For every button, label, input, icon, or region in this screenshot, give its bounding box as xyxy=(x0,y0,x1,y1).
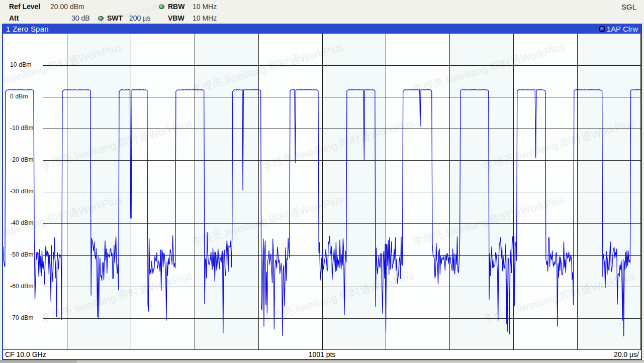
y-axis-label: -50 dBm xyxy=(10,251,34,258)
y-axis-label: -30 dBm xyxy=(10,188,34,195)
vbw-label: VBW xyxy=(168,14,185,22)
ref-level-value[interactable]: 20.00 dBm xyxy=(50,3,84,11)
trace-path xyxy=(3,90,641,336)
window-titlebar: 1 Zero Span 1AP Clrw xyxy=(3,24,641,34)
rbw-label: RBW xyxy=(168,3,185,11)
window-footer: CF 10.0 GHz 1001 pts 20.0 µs/ xyxy=(3,350,641,359)
att-value[interactable]: 30 dB xyxy=(71,14,90,22)
y-axis-label: -20 dBm xyxy=(10,156,34,163)
swt-value[interactable]: 200 µs xyxy=(129,14,150,22)
trace-indicator[interactable]: 1AP Clrw xyxy=(599,25,638,33)
att-label: Att xyxy=(9,14,19,22)
bottom-strip xyxy=(0,360,644,363)
y-axis-label: -70 dBm xyxy=(10,314,34,321)
ref-level-label: Ref Level xyxy=(9,3,40,11)
bottom-strip-left xyxy=(0,360,76,363)
plot-svg xyxy=(3,34,641,350)
trace-indicator-label: 1AP Clrw xyxy=(607,25,638,33)
y-axis-label: -10 dBm xyxy=(10,125,34,132)
y-axis-label: 10 dBm xyxy=(10,61,32,68)
trace-dot-icon xyxy=(599,26,605,32)
swt-label: SWT xyxy=(107,14,123,22)
analyzer-screen: 李维亮.liweiliang.即时通WorkPlus Ref Level 20.… xyxy=(0,0,644,363)
swt-led-icon xyxy=(98,16,104,21)
single-sweep-badge: SGL xyxy=(621,3,636,11)
rbw-led-icon xyxy=(159,5,164,9)
window-title: 1 Zero Span xyxy=(6,25,49,33)
plot-area: 李维亮.liweiliang.即时通WorkPlus李维亮.liweiliang… xyxy=(3,34,641,350)
y-axis-label: 0 dBm xyxy=(10,93,28,100)
y-axis-label: -40 dBm xyxy=(10,219,34,226)
time-per-division[interactable]: 20.0 µs/ xyxy=(614,350,639,358)
y-axis-label: -60 dBm xyxy=(10,283,34,290)
measurement-header: 李维亮.liweiliang.即时通WorkPlus Ref Level 20.… xyxy=(0,0,644,24)
watermark-header: 李维亮.liweiliang.即时通WorkPlus xyxy=(96,0,207,27)
zero-span-window: 1 Zero Span 1AP Clrw 李维亮.liweiliang.即时通W… xyxy=(2,24,642,360)
sweep-points: 1001 pts xyxy=(3,350,641,358)
rbw-value[interactable]: 10 MHz xyxy=(193,3,217,11)
vbw-value[interactable]: 10 MHz xyxy=(193,14,217,22)
